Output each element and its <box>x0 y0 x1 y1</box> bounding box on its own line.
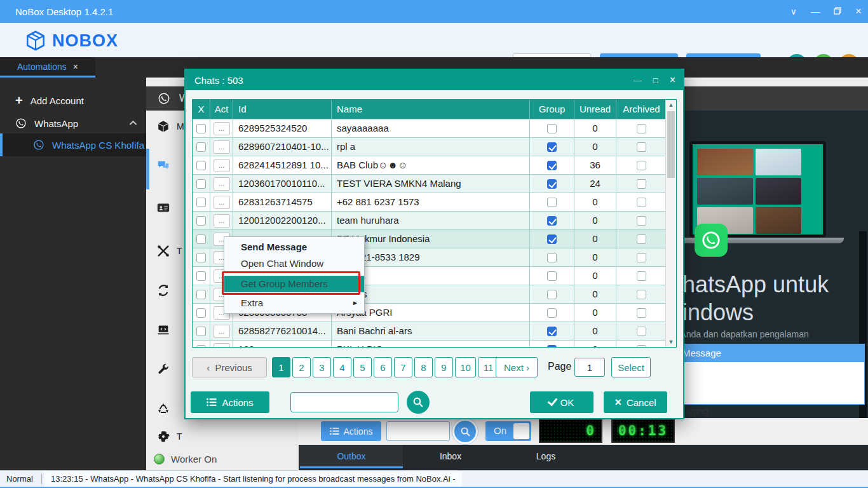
row-select-checkbox[interactable] <box>196 142 206 152</box>
previous-page-button[interactable]: ‹ Previous <box>192 357 267 377</box>
page-button-10[interactable]: 10 <box>455 357 476 377</box>
restore-button[interactable] <box>834 6 841 17</box>
table-row[interactable]: ...120012002200120...team huruhara0 <box>193 211 676 229</box>
archived-checkbox[interactable] <box>637 234 646 244</box>
group-checkbox[interactable] <box>547 142 557 152</box>
row-select-checkbox[interactable] <box>196 124 206 133</box>
archived-checkbox[interactable] <box>637 271 646 281</box>
archived-checkbox[interactable] <box>637 308 646 318</box>
column-header-id[interactable]: Id <box>233 100 332 119</box>
outbox-search-input[interactable] <box>386 421 450 441</box>
row-actions-button[interactable]: ... <box>214 177 230 191</box>
on-toggle[interactable]: On <box>485 421 531 441</box>
row-actions-button[interactable]: ... <box>214 325 230 338</box>
minimize-button[interactable]: — <box>811 6 820 17</box>
column-header-name[interactable]: Name <box>332 100 530 119</box>
row-select-checkbox[interactable] <box>196 198 206 207</box>
scroll-up-icon[interactable]: ▲ <box>666 100 676 110</box>
menu-item-send-message[interactable]: Send Message <box>224 239 364 255</box>
archived-checkbox[interactable] <box>637 327 646 336</box>
archived-checkbox[interactable] <box>637 198 646 207</box>
archived-checkbox[interactable] <box>637 253 646 262</box>
tab-automations[interactable]: Automations × <box>0 57 95 78</box>
group-checkbox[interactable] <box>547 179 557 189</box>
modal-search-button[interactable] <box>407 391 430 414</box>
archived-checkbox[interactable] <box>637 124 646 133</box>
table-row[interactable]: ...6289525324520sayaaaaaaa0 <box>193 119 676 137</box>
tab-logs[interactable]: Logs <box>498 445 593 468</box>
close-button[interactable]: × <box>855 5 862 18</box>
archived-checkbox[interactable] <box>637 290 646 299</box>
modal-maximize-button[interactable]: □ <box>653 76 658 85</box>
row-select-checkbox[interactable] <box>196 216 206 226</box>
archived-checkbox[interactable] <box>637 216 646 226</box>
group-checkbox[interactable] <box>547 161 557 170</box>
group-checkbox[interactable] <box>547 345 557 348</box>
page-button-7[interactable]: 7 <box>394 357 412 377</box>
outbox-actions-button[interactable]: Actions <box>321 421 381 441</box>
page-button-4[interactable]: 4 <box>333 357 351 377</box>
row-actions-button[interactable]: ... <box>214 159 230 172</box>
chevron-up-icon[interactable] <box>129 119 137 128</box>
menu-item-open-chat-window[interactable]: Open Chat Window <box>224 255 364 272</box>
table-row[interactable]: ...628582776210014...Bani Bachri al-ars0 <box>193 322 676 340</box>
page-number-input[interactable] <box>574 358 605 377</box>
table-row[interactable]: ...120360170010110...TEST VIERA SMKN4 Ma… <box>193 174 676 193</box>
tab-close-icon[interactable]: × <box>73 62 78 72</box>
column-header-unread[interactable]: Unread <box>574 100 616 119</box>
modal-search-input[interactable] <box>290 392 398 412</box>
page-button-1[interactable]: 1 <box>272 357 290 377</box>
page-button-3[interactable]: 3 <box>313 357 331 377</box>
sidebar-item-settings[interactable]: T <box>156 427 194 446</box>
row-select-checkbox[interactable] <box>196 253 206 262</box>
column-header-x[interactable]: X <box>193 100 210 119</box>
page-button-6[interactable]: 6 <box>374 357 392 377</box>
scroll-down-icon[interactable]: ▼ <box>666 337 676 347</box>
table-scrollbar[interactable]: ▲ ▼ <box>665 100 676 347</box>
row-select-checkbox[interactable] <box>196 327 206 336</box>
row-actions-button[interactable]: ... <box>214 343 230 348</box>
archived-checkbox[interactable] <box>637 179 646 189</box>
next-page-button[interactable]: Next › <box>496 357 538 377</box>
modal-minimize-button[interactable]: — <box>634 76 642 85</box>
table-row[interactable]: ...6282414512891 10...BAB Club☺☻☺36 <box>193 156 676 174</box>
row-actions-button[interactable]: ... <box>214 140 230 154</box>
group-checkbox[interactable] <box>547 234 557 244</box>
row-select-checkbox[interactable] <box>196 345 206 348</box>
row-select-checkbox[interactable] <box>196 308 206 318</box>
archived-checkbox[interactable] <box>637 142 646 152</box>
group-checkbox[interactable] <box>547 198 557 207</box>
page-button-8[interactable]: 8 <box>414 357 433 377</box>
row-select-checkbox[interactable] <box>196 234 206 244</box>
row-select-checkbox[interactable] <box>196 179 206 189</box>
page-button-2[interactable]: 2 <box>292 357 311 377</box>
table-row[interactable]: ...6289607210401-10...rpl a0 <box>193 137 676 156</box>
sidebar-item-add-account[interactable]: + Add Account <box>0 90 146 111</box>
sidebar-item-whatsapp-cs-khofifa[interactable]: WhatsApp CS Khofifa <box>0 133 146 156</box>
menu-item-extra[interactable]: Extra► <box>224 295 364 311</box>
group-checkbox[interactable] <box>547 308 557 318</box>
tab-inbox[interactable]: Inbox <box>403 445 498 468</box>
row-actions-button[interactable]: ... <box>214 196 230 209</box>
cancel-button[interactable]: × Cancel <box>604 391 667 413</box>
group-checkbox[interactable] <box>547 124 557 133</box>
group-checkbox[interactable] <box>547 327 557 336</box>
archived-checkbox[interactable] <box>637 161 646 170</box>
group-checkbox[interactable] <box>547 271 557 281</box>
chevron-down-icon[interactable]: ∨ <box>790 6 797 17</box>
select-page-button[interactable]: Select <box>611 357 651 377</box>
outbox-search-button[interactable] <box>452 419 478 444</box>
dropdown-selected-item[interactable]: Message <box>676 344 864 362</box>
column-header-act[interactable]: Act <box>210 100 233 119</box>
row-actions-button[interactable]: ... <box>214 214 230 227</box>
column-header-archived[interactable]: Archived <box>616 100 667 119</box>
ok-button[interactable]: OK <box>530 391 593 413</box>
table-row[interactable]: ...62831263714575+62 881 6237 15730 <box>193 193 676 211</box>
row-select-checkbox[interactable] <box>196 290 206 299</box>
row-select-checkbox[interactable] <box>196 271 206 281</box>
group-checkbox[interactable] <box>547 253 557 262</box>
column-header-group[interactable]: Group <box>530 100 574 119</box>
table-row[interactable]: ...120...PKL U BIG0 <box>193 340 676 348</box>
row-actions-button[interactable]: ... <box>214 122 230 135</box>
page-button-9[interactable]: 9 <box>435 357 453 377</box>
